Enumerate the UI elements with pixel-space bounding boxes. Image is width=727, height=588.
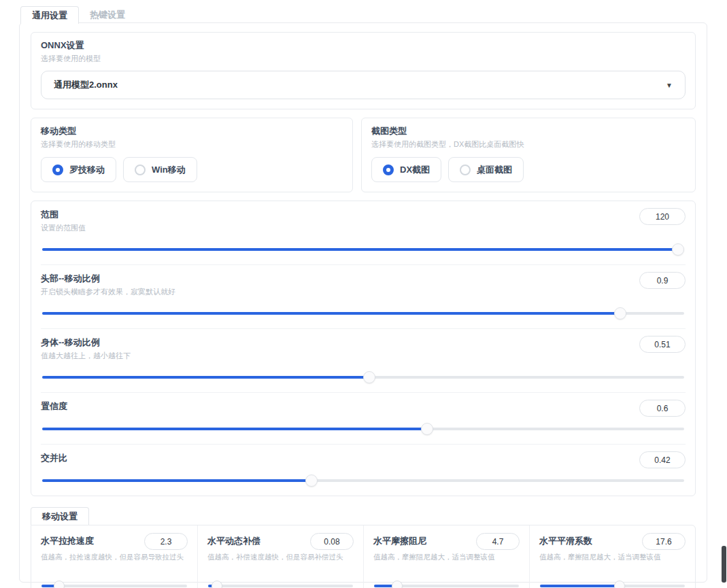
slider-row-head-ratio: 头部--移动比例 开启锁头横瞄参才有效果，寂寞默认就好 0.9 <box>41 264 686 319</box>
h-friction-slider[interactable] <box>374 580 519 588</box>
cell-h-dynamic-comp: 水平动态补偿 0.08 值越高，补偿速度越快，但是容易补偿过头 <box>197 525 363 588</box>
model-select[interactable]: 通用模型2.onnx ▼ <box>41 71 686 99</box>
slider-thumb[interactable] <box>421 423 433 435</box>
confidence-value-input[interactable]: 0.6 <box>639 400 686 417</box>
slider-title: 范围 <box>41 209 686 221</box>
settings-page: 通用设置 热键设置 ONNX设置 选择要使用的模型 通用模型2.onnx ▼ 移… <box>0 0 727 588</box>
slider-fill <box>208 585 217 587</box>
slider-title: 置信度 <box>41 400 686 413</box>
cell-desc: 值越高，摩擦阻尼越大，适当调整该值 <box>539 551 686 573</box>
body-ratio-slider[interactable] <box>42 371 684 383</box>
slider-thumb[interactable] <box>54 581 65 588</box>
type-cards-row: 移动类型 选择要使用的移动类型 罗技移动 Win移动 截图类型 选择要使用的截图… <box>31 118 696 192</box>
radio-label: Win移动 <box>152 164 186 176</box>
slider-thumb[interactable] <box>614 307 626 319</box>
radio-unselected-icon <box>460 165 471 175</box>
slider-title: 身体--移动比例 <box>41 336 686 349</box>
slider-row-range: 范围 设置的范围值 120 <box>41 201 686 256</box>
slider-fill <box>41 585 59 587</box>
head-ratio-slider[interactable] <box>42 307 684 319</box>
head-ratio-value-input[interactable]: 0.9 <box>639 272 686 289</box>
move-type-subtitle: 选择要使用的移动类型 <box>41 139 343 150</box>
onnx-title: ONNX设置 <box>41 39 686 52</box>
slider-fill <box>42 248 678 251</box>
move-settings-grid: 水平拉抢速度 2.3 值越高，拉抢速度越快，但是容易导致拉过头 水平动态补偿 <box>31 525 695 588</box>
cell-desc: 值越高，补偿速度越快，但是容易补偿过头 <box>207 551 354 573</box>
tab-general-settings[interactable]: 通用设置 <box>20 6 79 24</box>
slider-fill <box>540 585 620 587</box>
radio-desktop-capture[interactable]: 桌面截图 <box>448 157 524 182</box>
slider-subtitle: 值越大越往上，越小越往下 <box>41 351 686 361</box>
move-type-options: 罗技移动 Win移动 <box>41 157 343 182</box>
cell-h-friction: 水平摩擦阻尼 4.7 值越高，摩擦阻尼越大，适当调整该值 <box>363 525 529 588</box>
slider-thumb[interactable] <box>392 581 403 588</box>
range-slider[interactable] <box>42 243 684 256</box>
move-settings-tab-bar: 移动设置 <box>31 507 696 525</box>
move-type-card: 移动类型 选择要使用的移动类型 罗技移动 Win移动 <box>31 118 353 192</box>
slider-row-iou: 交并比 0.42 <box>41 444 686 487</box>
general-settings-panel: ONNX设置 选择要使用的模型 通用模型2.onnx ▼ 移动类型 选择要使用的… <box>19 22 707 583</box>
capture-type-title: 截图类型 <box>371 125 686 137</box>
cell-title: 水平平滑系数 <box>539 533 592 547</box>
onnx-settings-card: ONNX设置 选择要使用的模型 通用模型2.onnx ▼ <box>31 32 696 109</box>
slider-thumb[interactable] <box>672 243 684 256</box>
h-smooth-value-input[interactable]: 17.6 <box>642 533 686 550</box>
slider-subtitle: 开启锁头横瞄参才有效果，寂寞默认就好 <box>41 287 686 297</box>
slider-thumb[interactable] <box>614 581 625 588</box>
move-settings-card: 水平拉抢速度 2.3 值越高，拉抢速度越快，但是容易导致拉过头 水平动态补偿 <box>31 525 696 588</box>
capture-type-subtitle: 选择要使用的截图类型，DX截图比桌面截图快 <box>371 139 686 150</box>
slider-title: 头部--移动比例 <box>41 273 686 285</box>
radio-selected-icon <box>52 165 63 175</box>
slider-fill <box>374 585 397 587</box>
slider-row-body-ratio: 身体--移动比例 值越大越往上，越小越往下 0.51 <box>41 328 686 383</box>
h-pull-speed-value-input[interactable]: 2.3 <box>144 533 188 550</box>
cell-title: 水平动态补偿 <box>207 533 260 547</box>
slider-thumb[interactable] <box>212 581 222 588</box>
slider-fill <box>42 376 369 379</box>
capture-type-card: 截图类型 选择要使用的截图类型，DX截图比桌面截图快 DX截图 桌面截图 <box>361 118 696 192</box>
tab-move-settings[interactable]: 移动设置 <box>31 507 89 525</box>
h-pull-speed-slider[interactable] <box>41 580 187 588</box>
radio-logitech-move[interactable]: 罗技移动 <box>41 157 116 182</box>
cell-title: 水平拉抢速度 <box>41 533 94 547</box>
cell-desc: 值越高，拉抢速度越快，但是容易导致拉过头 <box>41 551 188 573</box>
vertical-scrollbar-thumb[interactable] <box>722 546 726 583</box>
slider-fill <box>42 479 311 482</box>
capture-type-options: DX截图 桌面截图 <box>371 157 686 182</box>
slider-row-confidence: 置信度 0.6 <box>41 392 686 435</box>
radio-label: DX截图 <box>400 164 430 176</box>
radio-selected-icon <box>383 165 394 175</box>
iou-value-input[interactable]: 0.42 <box>639 451 686 468</box>
model-select-value: 通用模型2.onnx <box>54 79 118 91</box>
top-tab-bar: 通用设置 热键设置 <box>20 6 136 24</box>
slider-title: 交并比 <box>41 452 686 464</box>
chevron-down-icon: ▼ <box>666 82 673 89</box>
h-friction-value-input[interactable]: 4.7 <box>476 533 520 550</box>
main-sliders-card: 范围 设置的范围值 120 头部--移动比例 开启锁头横瞄参才有效果，寂寞默认就… <box>31 201 696 496</box>
radio-dx-capture[interactable]: DX截图 <box>371 157 441 182</box>
body-ratio-value-input[interactable]: 0.51 <box>639 336 686 353</box>
radio-win-move[interactable]: Win移动 <box>123 157 197 182</box>
radio-label: 罗技移动 <box>69 164 105 176</box>
h-smooth-slider[interactable] <box>540 580 685 588</box>
iou-slider[interactable] <box>42 474 684 487</box>
h-dynamic-comp-slider[interactable] <box>208 580 353 588</box>
slider-subtitle: 设置的范围值 <box>41 223 686 233</box>
slider-track[interactable] <box>208 585 353 587</box>
slider-thumb[interactable] <box>305 474 318 487</box>
slider-thumb[interactable] <box>363 371 375 383</box>
cell-h-smooth: 水平平滑系数 17.6 值越高，摩擦阻尼越大，适当调整该值 <box>529 525 695 588</box>
h-dynamic-comp-value-input[interactable]: 0.08 <box>310 533 354 550</box>
slider-fill <box>42 312 620 315</box>
confidence-slider[interactable] <box>42 423 684 435</box>
cell-h-pull-speed: 水平拉抢速度 2.3 值越高，拉抢速度越快，但是容易导致拉过头 <box>31 525 197 588</box>
move-type-title: 移动类型 <box>41 125 343 137</box>
slider-fill <box>42 428 427 430</box>
range-value-input[interactable]: 120 <box>639 208 686 225</box>
cell-title: 水平摩擦阻尼 <box>373 533 426 547</box>
radio-unselected-icon <box>135 165 146 175</box>
radio-label: 桌面截图 <box>477 164 512 176</box>
cell-desc: 值越高，摩擦阻尼越大，适当调整该值 <box>373 551 520 573</box>
onnx-subtitle: 选择要使用的模型 <box>41 54 686 64</box>
tab-hotkey-settings[interactable]: 热键设置 <box>79 6 136 23</box>
